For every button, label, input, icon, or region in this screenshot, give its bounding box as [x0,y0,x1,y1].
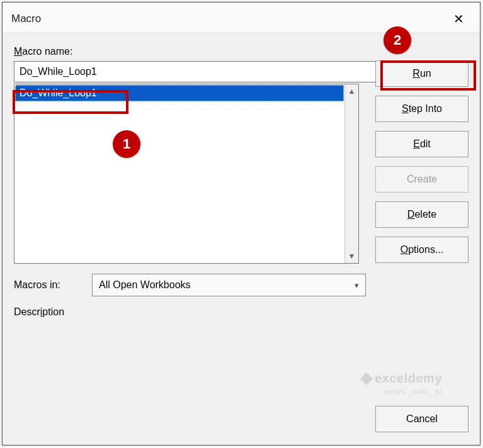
macros-in-combo[interactable]: All Open Workbooks ▾ [92,274,366,296]
macro-name-accel: M [14,46,22,57]
cancel-button[interactable]: Cancel [375,406,469,432]
cancel-wrap: Cancel [375,406,469,432]
close-icon[interactable]: ✕ [446,9,471,29]
macros-in-value: All Open Workbooks [99,279,191,291]
step-into-button[interactable]: Step Into [375,96,469,122]
options-button[interactable]: Options... [375,237,469,263]
run-button[interactable]: Run [375,60,469,87]
scrollbar[interactable]: ▲ ▼ [344,84,358,263]
macro-list[interactable]: Do_While_Loop1 ▲ ▼ [14,84,359,264]
edit-button[interactable]: Edit [375,131,469,157]
macro-list-inner: Do_While_Loop1 [14,84,344,263]
create-button: Create [375,166,469,193]
macro-name-label: Macro name: [14,46,469,57]
macro-dialog: Macro ✕ Macro name: Do_While_Loop1 ▲ ▼ M… [2,2,480,445]
macros-in-row: MMacros in: All Open Workbooks ▾ [14,274,469,296]
scroll-down-icon[interactable]: ▼ [348,249,356,263]
dialog-title: Macro [11,13,41,25]
side-buttons: Run Step Into Edit Create Delete Options… [375,60,469,263]
delete-button[interactable]: Delete [375,201,469,228]
description-row: Description [14,306,469,318]
watermark: exceldemy EXCEL · DATA · BI [362,371,442,396]
list-item[interactable]: Do_While_Loop1 [15,85,344,101]
macros-in-label: MMacros in: [14,279,83,291]
scroll-up-icon[interactable]: ▲ [348,84,356,98]
chevron-down-icon: ▾ [355,281,359,290]
description-label: Description [14,306,83,318]
titlebar: Macro ✕ [3,3,480,33]
watermark-logo-icon [360,372,373,385]
